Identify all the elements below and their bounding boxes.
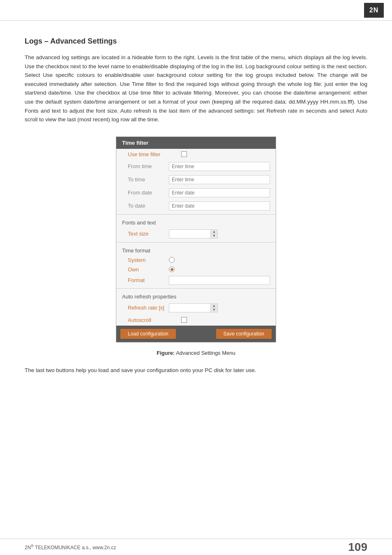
footer-company: 2N® TELEKOMUNIKACE a.s., www.2n.cz [25, 545, 116, 550]
figure-label: Figure: [157, 350, 175, 356]
refresh-rate-spinbox[interactable]: 15 ▲ ▼ [169, 303, 218, 312]
footer: 2N® TELEKOMUNIKACE a.s., www.2n.cz 109 [0, 539, 392, 555]
refresh-rate-label: Refresh rate [s] [128, 305, 165, 311]
top-bar: 2N [0, 0, 392, 21]
text-size-label: Text size [128, 231, 165, 237]
to-date-row: To date [116, 199, 276, 213]
autoscroll-checkbox[interactable] [181, 317, 187, 323]
figure-text: Advanced Settings Menu [176, 350, 235, 356]
text-size-spinbox[interactable]: 11 ▲ ▼ [169, 229, 218, 238]
settings-panel: Time filter Use time filter From time To… [116, 136, 276, 342]
format-row: Format dd.MM.yyyy HH.mm.ss.fff [116, 274, 276, 287]
text-size-row: Text size 11 ▲ ▼ [116, 227, 276, 240]
spinbox-arrows-2: ▲ ▼ [210, 304, 217, 312]
fonts-text-label: Fonts and text [116, 216, 276, 227]
to-time-row: To time [116, 173, 276, 186]
spinbox-down-arrow[interactable]: ▼ [211, 234, 217, 238]
auto-refresh-label: Auto refresh properties [116, 290, 276, 301]
text-size-value[interactable]: 11 [169, 230, 210, 238]
refresh-rate-value[interactable]: 15 [169, 304, 210, 312]
to-time-input[interactable] [169, 175, 270, 184]
format-input[interactable]: dd.MM.yyyy HH.mm.ss.fff [169, 276, 270, 285]
panel-header: Time filter [116, 137, 276, 149]
settings-panel-wrapper: Time filter Use time filter From time To… [25, 136, 367, 342]
body-text: The advanced log settings are located in… [25, 53, 367, 124]
radio-dot [171, 268, 173, 271]
logo-text: 2N [369, 7, 378, 14]
from-date-input[interactable] [169, 188, 270, 197]
buttons-row: Load configuration Save configuration [116, 326, 276, 342]
closing-text: The last two buttons help you load and s… [25, 366, 367, 375]
autoscroll-label: Autoscroll [128, 317, 177, 323]
use-time-filter-checkbox[interactable] [181, 151, 187, 157]
footer-page-number: 109 [348, 541, 367, 554]
spinbox-up-arrow[interactable]: ▲ [211, 230, 217, 234]
format-label: Format [128, 277, 165, 283]
system-radio-row: System [116, 255, 276, 265]
autoscroll-row: Autoscroll [116, 314, 276, 326]
to-date-label: To date [128, 203, 165, 209]
refresh-down-arrow[interactable]: ▼ [211, 308, 217, 312]
refresh-up-arrow[interactable]: ▲ [211, 304, 217, 308]
own-radio-row: Own [116, 265, 276, 274]
from-time-input[interactable] [169, 162, 270, 171]
time-format-label: Time format [116, 244, 276, 255]
use-time-filter-label: Use time filter [128, 151, 177, 157]
main-content: Logs – Advanced Settings The advanced lo… [0, 21, 392, 391]
to-time-label: To time [128, 176, 165, 183]
from-time-row: From time [116, 160, 276, 173]
from-date-label: From date [128, 190, 165, 196]
own-radio[interactable] [169, 266, 175, 272]
figure-caption: Figure: Advanced Settings Menu [25, 350, 367, 356]
own-label: Own [128, 266, 165, 273]
from-time-label: From time [128, 163, 165, 169]
system-radio[interactable] [169, 257, 175, 263]
footer-left: 2N® TELEKOMUNIKACE a.s., www.2n.cz [25, 544, 116, 550]
load-configuration-button[interactable]: Load configuration [120, 329, 176, 339]
divider-3 [116, 288, 276, 289]
refresh-rate-row: Refresh rate [s] 15 ▲ ▼ [116, 301, 276, 314]
logo: 2N [364, 3, 384, 18]
use-time-filter-row: Use time filter [116, 149, 276, 160]
divider-1 [116, 214, 276, 215]
to-date-input[interactable] [169, 201, 270, 210]
system-label: System [128, 257, 165, 263]
spinbox-arrows: ▲ ▼ [210, 230, 217, 238]
save-configuration-button[interactable]: Save configuration [216, 329, 272, 339]
page-title: Logs – Advanced Settings [25, 37, 367, 46]
divider-2 [116, 242, 276, 243]
from-date-row: From date [116, 186, 276, 199]
